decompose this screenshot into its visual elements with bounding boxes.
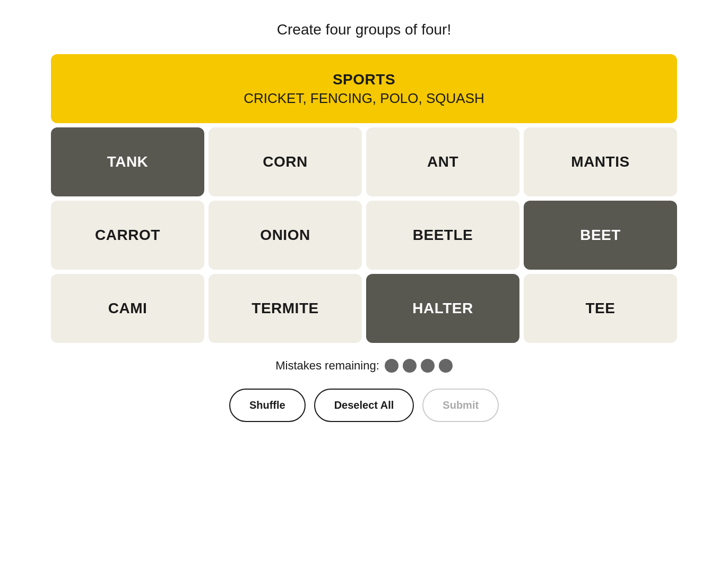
card-mantis[interactable]: MANTIS [524, 127, 677, 196]
mistake-dot-1 [385, 359, 398, 373]
card-corn[interactable]: CORN [209, 127, 362, 196]
instructions: Create four groups of four! [277, 21, 451, 38]
card-cami[interactable]: CAMI [51, 274, 204, 343]
mistake-dot-2 [403, 359, 417, 373]
card-ant[interactable]: ANT [366, 127, 519, 196]
game-container: Create four groups of four! SPORTS CRICK… [51, 21, 677, 422]
card-halter[interactable]: HALTER [366, 274, 519, 343]
card-tee[interactable]: TEE [524, 274, 677, 343]
mistakes-row: Mistakes remaining: [275, 359, 453, 373]
solved-group-items: CRICKET, FENCING, POLO, SQUASH [244, 90, 484, 107]
card-termite[interactable]: TERMITE [209, 274, 362, 343]
mistake-dot-3 [421, 359, 435, 373]
cards-grid: TANK CORN ANT MANTIS CARROT ONION BEETLE… [51, 127, 677, 343]
grid-area: SPORTS CRICKET, FENCING, POLO, SQUASH TA… [51, 54, 677, 343]
card-carrot[interactable]: CARROT [51, 201, 204, 270]
shuffle-button[interactable]: Shuffle [229, 389, 306, 422]
mistakes-dots [385, 359, 453, 373]
card-onion[interactable]: ONION [209, 201, 362, 270]
buttons-row: Shuffle Deselect All Submit [229, 389, 499, 422]
mistake-dot-4 [439, 359, 453, 373]
mistakes-label: Mistakes remaining: [275, 359, 379, 373]
solved-group-sports: SPORTS CRICKET, FENCING, POLO, SQUASH [51, 54, 677, 123]
submit-button[interactable]: Submit [422, 389, 499, 422]
solved-group-title: SPORTS [333, 71, 395, 88]
card-beet[interactable]: BEET [524, 201, 677, 270]
card-beetle[interactable]: BEETLE [366, 201, 519, 270]
deselect-all-button[interactable]: Deselect All [314, 389, 414, 422]
card-tank[interactable]: TANK [51, 127, 204, 196]
